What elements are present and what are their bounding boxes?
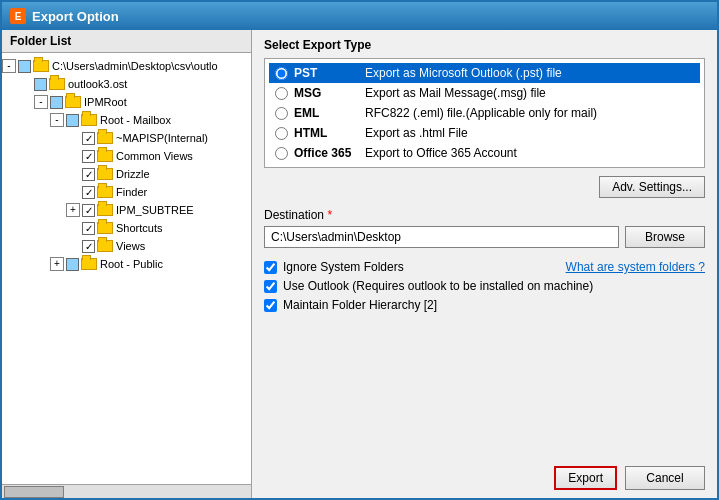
export-option-html[interactable]: HTML Export as .html File (269, 123, 700, 143)
folder-icon-5 (97, 150, 113, 162)
checkbox-2[interactable] (50, 96, 63, 109)
toggle-3[interactable]: - (50, 113, 64, 127)
option-code-eml: EML (294, 106, 359, 120)
toggle-11[interactable]: + (50, 257, 64, 271)
tree-label-6: Drizzle (116, 168, 150, 180)
tree-label-1: outlook3.ost (68, 78, 127, 90)
ignore-system-folders-checkbox[interactable] (264, 261, 277, 274)
export-option-office365[interactable]: Office 365 Export to Office 365 Account (269, 143, 700, 163)
checkbox-7[interactable] (82, 186, 95, 199)
destination-label: Destination * (264, 208, 705, 222)
right-panel: Select Export Type PST Export as Microso… (252, 30, 717, 498)
toggle-2[interactable]: - (34, 95, 48, 109)
option-desc-eml: RFC822 (.eml) file.(Applicable only for … (365, 106, 597, 120)
horizontal-scrollbar[interactable] (2, 484, 251, 498)
option-code-msg: MSG (294, 86, 359, 100)
tree-label-8: IPM_SUBTREE (116, 204, 194, 216)
folder-icon-4 (97, 132, 113, 144)
radio-msg[interactable] (275, 87, 288, 100)
toggle-0[interactable]: - (2, 59, 16, 73)
window-title: Export Option (32, 9, 119, 24)
tree-label-3: Root - Mailbox (100, 114, 171, 126)
checkbox-0[interactable] (18, 60, 31, 73)
tree-label-2: IPMRoot (84, 96, 127, 108)
use-outlook-label: Use Outlook (Requires outlook to be inst… (283, 279, 593, 293)
destination-row: Browse (264, 226, 705, 248)
bottom-buttons: Export Cancel (264, 458, 705, 490)
export-option-msg[interactable]: MSG Export as Mail Message(.msg) file (269, 83, 700, 103)
browse-button[interactable]: Browse (625, 226, 705, 248)
checkbox-row-3: Maintain Folder Hierarchy [2] (264, 298, 705, 312)
scrollbar-thumb[interactable] (4, 486, 64, 498)
tree-label-0: C:\Users\admin\Desktop\csv\outlo (52, 60, 218, 72)
tree-row-9[interactable]: Shortcuts (2, 219, 251, 237)
folder-icon-11 (81, 258, 97, 270)
tree-label-9: Shortcuts (116, 222, 162, 234)
checkbox-row-1: Ignore System Folders What are system fo… (264, 260, 705, 274)
checkbox-9[interactable] (82, 222, 95, 235)
folder-icon-1 (49, 78, 65, 90)
tree-label-7: Finder (116, 186, 147, 198)
maintain-folder-hierarchy-checkbox[interactable] (264, 299, 277, 312)
folder-icon-8 (97, 204, 113, 216)
tree-row-0[interactable]: - C:\Users\admin\Desktop\csv\outlo (2, 57, 251, 75)
content-area: Folder List - C:\Users\admin\Desktop\csv… (2, 30, 717, 498)
radio-html[interactable] (275, 127, 288, 140)
system-folders-link[interactable]: What are system folders ? (566, 260, 705, 274)
folder-icon-0 (33, 60, 49, 72)
tree-row-6[interactable]: Drizzle (2, 165, 251, 183)
checkbox-10[interactable] (82, 240, 95, 253)
cancel-button[interactable]: Cancel (625, 466, 705, 490)
folder-icon-7 (97, 186, 113, 198)
folder-icon-9 (97, 222, 113, 234)
app-icon: E (10, 8, 26, 24)
tree-row-3[interactable]: - Root - Mailbox (2, 111, 251, 129)
checkbox-5[interactable] (82, 150, 95, 163)
export-type-title: Select Export Type (264, 38, 705, 52)
checkboxes-section: Ignore System Folders What are system fo… (264, 260, 705, 312)
ignore-system-folders-label: Ignore System Folders (283, 260, 404, 274)
folder-tree: - C:\Users\admin\Desktop\csv\outlo outlo… (2, 53, 251, 484)
maintain-folder-hierarchy-label: Maintain Folder Hierarchy [2] (283, 298, 437, 312)
checkbox-11[interactable] (66, 258, 79, 271)
checkbox-3[interactable] (66, 114, 79, 127)
radio-pst[interactable] (275, 67, 288, 80)
tree-row-11[interactable]: + Root - Public (2, 255, 251, 273)
checkbox-1[interactable] (34, 78, 47, 91)
export-dialog: E Export Option Folder List - C:\Users\a… (0, 0, 719, 500)
checkbox-row-2: Use Outlook (Requires outlook to be inst… (264, 279, 705, 293)
tree-row-8[interactable]: + IPM_SUBTREE (2, 201, 251, 219)
folder-icon-6 (97, 168, 113, 180)
tree-row-10[interactable]: Views (2, 237, 251, 255)
toggle-8[interactable]: + (66, 203, 80, 217)
folder-list-header: Folder List (2, 30, 251, 53)
checkbox-8[interactable] (82, 204, 95, 217)
folder-icon-2 (65, 96, 81, 108)
radio-eml[interactable] (275, 107, 288, 120)
use-outlook-checkbox[interactable] (264, 280, 277, 293)
option-desc-html: Export as .html File (365, 126, 468, 140)
tree-row-4[interactable]: ~MAPISP(Internal) (2, 129, 251, 147)
adv-settings-button[interactable]: Adv. Settings... (599, 176, 705, 198)
option-desc-pst: Export as Microsoft Outlook (.pst) file (365, 66, 562, 80)
folder-icon-10 (97, 240, 113, 252)
tree-label-5: Common Views (116, 150, 193, 162)
required-star: * (327, 208, 332, 222)
checkbox-6[interactable] (82, 168, 95, 181)
tree-row-7[interactable]: Finder (2, 183, 251, 201)
tree-row-1[interactable]: outlook3.ost (2, 75, 251, 93)
tree-label-4: ~MAPISP(Internal) (116, 132, 208, 144)
export-option-pst[interactable]: PST Export as Microsoft Outlook (.pst) f… (269, 63, 700, 83)
folder-icon-3 (81, 114, 97, 126)
tree-row-2[interactable]: - IPMRoot (2, 93, 251, 111)
option-desc-office365: Export to Office 365 Account (365, 146, 517, 160)
export-type-box: PST Export as Microsoft Outlook (.pst) f… (264, 58, 705, 168)
option-desc-msg: Export as Mail Message(.msg) file (365, 86, 546, 100)
radio-office365[interactable] (275, 147, 288, 160)
export-button[interactable]: Export (554, 466, 617, 490)
checkbox-4[interactable] (82, 132, 95, 145)
destination-input[interactable] (264, 226, 619, 248)
tree-row-5[interactable]: Common Views (2, 147, 251, 165)
adv-settings-row: Adv. Settings... (264, 176, 705, 198)
export-option-eml[interactable]: EML RFC822 (.eml) file.(Applicable only … (269, 103, 700, 123)
